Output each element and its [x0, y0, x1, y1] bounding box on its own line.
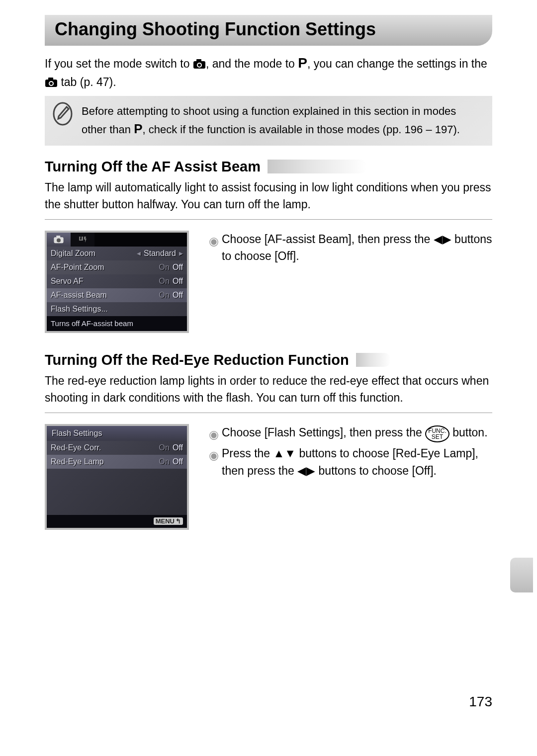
left-right-arrows-icon: ◀▶ — [434, 233, 451, 246]
opt-off: On — [159, 277, 170, 286]
menu-row-digital-zoom: Digital Zoom ◂Standard▸ — [47, 247, 187, 260]
section-body: The lamp will automatically light to ass… — [45, 179, 492, 213]
up-down-arrows-icon: ▲▼ — [273, 447, 296, 460]
intro-text-3: , you can change the settings in the — [307, 57, 487, 70]
p-mode-icon: P — [134, 121, 142, 136]
instruction-text-3: buttons to choose [Off]. — [319, 464, 437, 477]
menu-row-red-eye-corr: Red-Eye Corr. OnOff — [47, 441, 187, 455]
pencil-icon — [52, 103, 74, 125]
thumb-tab — [510, 558, 533, 592]
page-title: Changing Shooting Function Settings — [45, 15, 492, 46]
row-label: Servo AF — [51, 277, 84, 286]
row-label: Flash Settings... — [51, 305, 108, 314]
divider — [45, 219, 492, 220]
menu-button-badge: MENU ↰ — [154, 517, 183, 525]
opt-on: Off — [173, 291, 183, 300]
bullet-marker-icon: ◉ — [209, 426, 217, 443]
intro-text-2: , and the mode to — [206, 57, 298, 70]
svg-rect-5 — [48, 78, 53, 80]
note-box: Before attempting to shoot using a funct… — [45, 96, 492, 146]
svg-point-8 — [54, 103, 72, 125]
note-text-2: , check if the function is available in … — [143, 123, 460, 136]
opt-off: On — [159, 263, 170, 272]
opt-on: Off — [173, 277, 183, 286]
row-label: Red-Eye Lamp — [51, 457, 104, 466]
row-label: Red-Eye Corr. — [51, 443, 101, 452]
page-number: 173 — [45, 694, 492, 710]
menu-row-af-assist-beam: AF-assist Beam OnOff — [47, 288, 187, 302]
intro-text-4: tab (p. 47). — [58, 76, 116, 88]
row-value: Standard — [144, 249, 176, 258]
row-label: Digital Zoom — [51, 249, 95, 258]
svg-rect-1 — [196, 59, 201, 62]
instruction-text-1: Choose [Flash Settings], then press the — [222, 426, 425, 439]
menu-footer: Turns off AF-assist beam — [47, 316, 187, 331]
tools-tab-icon — [71, 233, 94, 247]
instruction-bullet: ◉ Choose [Flash Settings], then press th… — [209, 424, 492, 443]
section-heading-af-assist: Turning Off the AF Assist Beam — [45, 159, 492, 175]
opt-off: On — [159, 443, 170, 452]
camera-tab-icon — [47, 233, 71, 247]
section-heading-red-eye: Turning Off the Red-Eye Reduction Functi… — [45, 352, 492, 368]
menu-row-af-point-zoom: AF-Point Zoom OnOff — [47, 260, 187, 274]
opt-off: On — [159, 457, 170, 466]
return-arrow-icon: ↰ — [176, 517, 181, 525]
instruction-text-1: Press the — [222, 447, 273, 460]
heading-decoration — [356, 353, 391, 367]
instruction-text-2: button. — [452, 426, 487, 439]
submenu-title: Flash Settings — [47, 426, 187, 441]
menu-row-red-eye-lamp: Red-Eye Lamp OnOff — [47, 455, 187, 469]
instruction-text-1: Choose [AF-assist Beam], then press the — [222, 233, 434, 246]
menu-row-servo-af: Servo AF OnOff — [47, 274, 187, 288]
flash-settings-screenshot: Flash Settings Red-Eye Corr. OnOff Red-E… — [45, 424, 189, 530]
menu-footer: MENU ↰ — [47, 515, 187, 528]
svg-point-11 — [57, 238, 61, 242]
menu-row-flash-settings: Flash Settings... — [47, 302, 187, 316]
bullet-marker-icon: ◉ — [209, 233, 217, 250]
instruction-bullet: ◉ Press the ▲▼ buttons to choose [Red-Ey… — [209, 445, 492, 479]
heading-text: Turning Off the AF Assist Beam — [45, 159, 261, 175]
svg-point-3 — [198, 64, 201, 67]
opt-on: Off — [173, 263, 183, 272]
intro-text-1: If you set the mode switch to — [45, 57, 193, 70]
row-label: AF-Point Zoom — [51, 263, 104, 272]
heading-decoration — [268, 160, 367, 173]
camera-solid-icon — [45, 78, 58, 87]
camera-menu-screenshot: Digital Zoom ◂Standard▸ AF-Point Zoom On… — [45, 231, 189, 333]
heading-text: Turning Off the Red-Eye Reduction Functi… — [45, 352, 349, 368]
p-mode-icon: P — [298, 55, 307, 71]
opt-off: On — [159, 291, 170, 300]
svg-point-7 — [50, 82, 53, 85]
section-body: The red-eye reduction lamp lights in ord… — [45, 372, 492, 407]
func-set-button-icon: FUNC.SET — [425, 425, 449, 442]
svg-rect-10 — [56, 236, 60, 238]
left-right-arrows-icon: ◀▶ — [297, 464, 315, 477]
row-label: AF-assist Beam — [51, 291, 107, 300]
opt-on: Off — [173, 443, 183, 452]
bullet-marker-icon: ◉ — [209, 447, 217, 464]
instruction-bullet: ◉ Choose [AF-assist Beam], then press th… — [209, 231, 492, 265]
divider — [45, 413, 492, 413]
menu-label: MENU — [156, 517, 175, 525]
opt-on: Off — [173, 457, 183, 466]
intro-paragraph: If you set the mode switch to , and the … — [45, 53, 492, 91]
camera-solid-icon — [193, 59, 206, 69]
